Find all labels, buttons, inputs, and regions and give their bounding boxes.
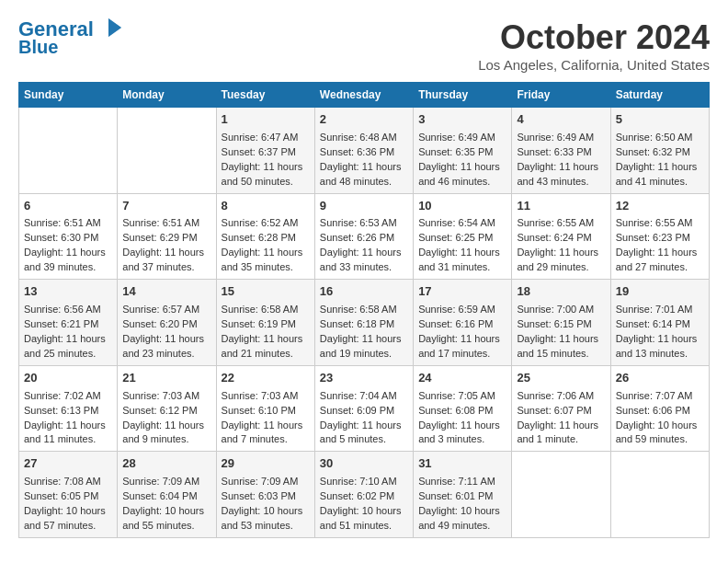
calendar-day-cell: 27Sunrise: 7:08 AMSunset: 6:05 PMDayligh…: [19, 452, 118, 538]
sunrise-text: Sunrise: 7:00 AM: [517, 303, 605, 317]
day-number: 7: [122, 198, 210, 215]
daylight-text: Daylight: 11 hours and 11 minutes.: [24, 419, 112, 448]
day-header-wednesday: Wednesday: [314, 83, 413, 108]
calendar-day-cell: 15Sunrise: 6:58 AMSunset: 6:19 PMDayligh…: [216, 280, 314, 366]
sunset-text: Sunset: 6:36 PM: [320, 145, 408, 160]
sunrise-text: Sunrise: 6:51 AM: [122, 216, 210, 231]
calendar-header-row: SundayMondayTuesdayWednesdayThursdayFrid…: [19, 83, 710, 108]
sunrise-text: Sunrise: 6:50 AM: [616, 131, 704, 145]
sunrise-text: Sunrise: 7:03 AM: [222, 389, 310, 404]
daylight-text: Daylight: 11 hours and 9 minutes.: [122, 419, 210, 448]
sunrise-text: Sunrise: 6:48 AM: [320, 131, 408, 145]
sunset-text: Sunset: 6:28 PM: [222, 231, 310, 246]
sunrise-text: Sunrise: 7:03 AM: [122, 389, 210, 404]
sunset-text: Sunset: 6:21 PM: [24, 317, 112, 332]
sunrise-text: Sunrise: 7:09 AM: [222, 475, 310, 489]
calendar-week-row: 27Sunrise: 7:08 AMSunset: 6:05 PMDayligh…: [19, 452, 710, 538]
daylight-text: Daylight: 11 hours and 13 minutes.: [616, 332, 704, 362]
daylight-text: Daylight: 11 hours and 33 minutes.: [320, 246, 408, 275]
sunrise-text: Sunrise: 7:06 AM: [517, 389, 605, 404]
calendar-day-cell: 12Sunrise: 6:55 AMSunset: 6:23 PMDayligh…: [610, 193, 709, 280]
sunrise-text: Sunrise: 6:54 AM: [418, 216, 506, 231]
page-header: General Blue October 2024 Los Angeles, C…: [18, 18, 710, 73]
calendar-empty-cell: [512, 452, 610, 538]
sunset-text: Sunset: 6:15 PM: [517, 317, 605, 332]
sunset-text: Sunset: 6:02 PM: [320, 489, 408, 504]
day-number: 25: [517, 370, 605, 387]
calendar-day-cell: 18Sunrise: 7:00 AMSunset: 6:15 PMDayligh…: [512, 280, 610, 366]
sunrise-text: Sunrise: 7:01 AM: [616, 303, 704, 317]
day-number: 4: [517, 111, 605, 129]
sunset-text: Sunset: 6:14 PM: [616, 317, 704, 332]
day-number: 18: [517, 283, 605, 301]
calendar-day-cell: 17Sunrise: 6:59 AMSunset: 6:16 PMDayligh…: [414, 280, 512, 366]
calendar-week-row: 13Sunrise: 6:56 AMSunset: 6:21 PMDayligh…: [19, 280, 710, 366]
calendar-day-cell: 16Sunrise: 6:58 AMSunset: 6:18 PMDayligh…: [314, 280, 413, 366]
calendar-day-cell: 28Sunrise: 7:09 AMSunset: 6:04 PMDayligh…: [118, 452, 216, 538]
sunrise-text: Sunrise: 6:59 AM: [418, 303, 506, 317]
day-number: 11: [517, 198, 605, 215]
calendar-day-cell: 29Sunrise: 7:09 AMSunset: 6:03 PMDayligh…: [216, 452, 314, 538]
location-subtitle: Los Angeles, California, United States: [478, 57, 710, 73]
calendar-day-cell: 6Sunrise: 6:51 AMSunset: 6:30 PMDaylight…: [19, 193, 118, 280]
calendar-day-cell: 25Sunrise: 7:06 AMSunset: 6:07 PMDayligh…: [512, 365, 610, 452]
calendar-day-cell: 19Sunrise: 7:01 AMSunset: 6:14 PMDayligh…: [610, 280, 709, 366]
sunrise-text: Sunrise: 7:02 AM: [24, 389, 112, 404]
daylight-text: Daylight: 11 hours and 29 minutes.: [517, 246, 605, 275]
sunrise-text: Sunrise: 7:09 AM: [122, 475, 210, 489]
sunrise-text: Sunrise: 7:11 AM: [418, 475, 506, 489]
title-block: October 2024 Los Angeles, California, Un…: [478, 18, 710, 73]
sunset-text: Sunset: 6:37 PM: [222, 145, 310, 160]
calendar-day-cell: 14Sunrise: 6:57 AMSunset: 6:20 PMDayligh…: [118, 280, 216, 366]
calendar-day-cell: 11Sunrise: 6:55 AMSunset: 6:24 PMDayligh…: [512, 193, 610, 280]
daylight-text: Daylight: 10 hours and 59 minutes.: [616, 419, 704, 448]
daylight-text: Daylight: 11 hours and 39 minutes.: [24, 246, 112, 275]
daylight-text: Daylight: 11 hours and 21 minutes.: [222, 332, 310, 362]
day-number: 16: [320, 283, 408, 301]
daylight-text: Daylight: 11 hours and 1 minute.: [517, 419, 605, 448]
day-number: 26: [616, 370, 704, 387]
day-number: 22: [222, 370, 310, 387]
day-number: 15: [222, 283, 310, 301]
daylight-text: Daylight: 11 hours and 43 minutes.: [517, 160, 605, 190]
day-number: 9: [320, 198, 408, 215]
sunset-text: Sunset: 6:32 PM: [616, 145, 704, 160]
day-number: 20: [24, 370, 112, 387]
sunrise-text: Sunrise: 6:55 AM: [517, 216, 605, 231]
daylight-text: Daylight: 11 hours and 31 minutes.: [418, 246, 506, 275]
sunrise-text: Sunrise: 6:49 AM: [418, 131, 506, 145]
calendar-day-cell: 9Sunrise: 6:53 AMSunset: 6:26 PMDaylight…: [314, 193, 413, 280]
day-number: 3: [418, 111, 506, 129]
day-header-monday: Monday: [118, 83, 216, 108]
sunset-text: Sunset: 6:30 PM: [24, 231, 112, 246]
sunrise-text: Sunrise: 6:56 AM: [24, 303, 112, 317]
daylight-text: Daylight: 11 hours and 23 minutes.: [122, 332, 210, 362]
daylight-text: Daylight: 11 hours and 41 minutes.: [616, 160, 704, 190]
calendar-week-row: 1Sunrise: 6:47 AMSunset: 6:37 PMDaylight…: [19, 108, 710, 194]
daylight-text: Daylight: 11 hours and 27 minutes.: [616, 246, 704, 275]
day-header-sunday: Sunday: [19, 83, 118, 108]
calendar-day-cell: 8Sunrise: 6:52 AMSunset: 6:28 PMDaylight…: [216, 193, 314, 280]
day-number: 13: [24, 283, 112, 301]
calendar-day-cell: 23Sunrise: 7:04 AMSunset: 6:09 PMDayligh…: [314, 365, 413, 452]
calendar-day-cell: 26Sunrise: 7:07 AMSunset: 6:06 PMDayligh…: [610, 365, 709, 452]
day-number: 5: [616, 111, 704, 129]
calendar-day-cell: 7Sunrise: 6:51 AMSunset: 6:29 PMDaylight…: [118, 193, 216, 280]
sunset-text: Sunset: 6:05 PM: [24, 489, 112, 504]
day-number: 24: [418, 370, 506, 387]
sunset-text: Sunset: 6:20 PM: [122, 317, 210, 332]
calendar-day-cell: 22Sunrise: 7:03 AMSunset: 6:10 PMDayligh…: [216, 365, 314, 452]
day-number: 1: [222, 111, 310, 129]
sunset-text: Sunset: 6:06 PM: [616, 404, 704, 419]
sunrise-text: Sunrise: 6:57 AM: [122, 303, 210, 317]
daylight-text: Daylight: 11 hours and 19 minutes.: [320, 332, 408, 362]
daylight-text: Daylight: 10 hours and 49 minutes.: [418, 504, 506, 534]
sunset-text: Sunset: 6:19 PM: [222, 317, 310, 332]
sunset-text: Sunset: 6:04 PM: [122, 489, 210, 504]
calendar-day-cell: 1Sunrise: 6:47 AMSunset: 6:37 PMDaylight…: [216, 108, 314, 194]
calendar-day-cell: 5Sunrise: 6:50 AMSunset: 6:32 PMDaylight…: [610, 108, 709, 194]
day-number: 23: [320, 370, 408, 387]
sunset-text: Sunset: 6:35 PM: [418, 145, 506, 160]
sunrise-text: Sunrise: 7:05 AM: [418, 389, 506, 404]
sunset-text: Sunset: 6:33 PM: [517, 145, 605, 160]
